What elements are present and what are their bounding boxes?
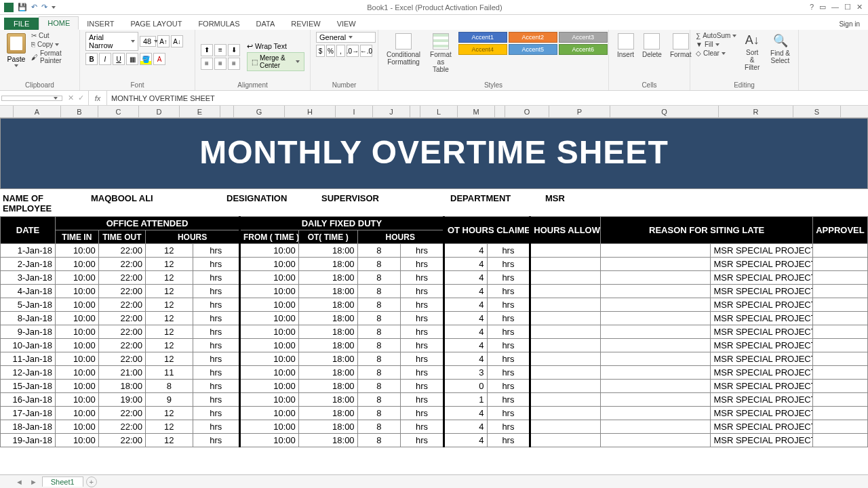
wrap-text-button[interactable]: ↩Wrap Text (247, 42, 304, 50)
cell[interactable]: 8 (357, 366, 401, 380)
cell[interactable]: 1-Jan-18 (1, 244, 56, 258)
cell[interactable]: 8 (357, 352, 401, 366)
cell[interactable]: MSR SPECIAL PROJECT DUTY (711, 339, 812, 352)
cell[interactable]: 16-Jan-18 (1, 393, 56, 407)
insert-cells-button[interactable]: Insert (614, 32, 637, 60)
cut-button[interactable]: ✂Cut (31, 32, 74, 39)
italic-button[interactable]: I (99, 53, 111, 65)
column-header[interactable]: I (336, 106, 373, 117)
cell[interactable]: 8 (357, 393, 401, 407)
cell[interactable]: 22:00 (98, 420, 145, 434)
cell[interactable]: 8 (357, 298, 401, 312)
style-accent6[interactable]: Accent6 (559, 44, 608, 55)
cell[interactable]: 22:00 (98, 434, 145, 447)
cell[interactable]: 12 (146, 271, 193, 285)
cell[interactable]: 18:00 (298, 407, 357, 420)
style-accent1[interactable]: Accent1 (458, 32, 507, 43)
table-row[interactable]: 18-Jan-1810:0022:0012hrs10:0018:008hrs4h… (1, 420, 868, 434)
cell[interactable]: MSR SPECIAL PROJECT DUTY (711, 258, 812, 271)
cell[interactable]: 8 (146, 380, 193, 393)
cell[interactable]: 18:00 (298, 312, 357, 325)
border-button[interactable]: ▦ (126, 53, 138, 65)
column-header[interactable]: C (98, 106, 139, 117)
cell[interactable]: hrs (401, 434, 444, 447)
cell[interactable]: 10:00 (240, 339, 299, 352)
cell[interactable]: hrs (487, 352, 530, 366)
column-header[interactable]: B (61, 106, 98, 117)
cell[interactable] (601, 420, 711, 434)
bold-button[interactable]: B (85, 53, 98, 65)
cell[interactable]: 18:00 (298, 434, 357, 447)
cell[interactable] (530, 325, 601, 339)
cell[interactable]: 12 (146, 285, 193, 298)
cell[interactable] (530, 258, 601, 271)
cell[interactable]: 10:00 (56, 352, 99, 366)
autosum-button[interactable]: ∑AutoSum (696, 32, 736, 39)
cell[interactable]: 10:00 (56, 312, 99, 325)
cell[interactable]: hrs (193, 285, 239, 298)
cell[interactable]: hrs (193, 298, 239, 312)
cell[interactable]: hrs (401, 325, 444, 339)
cell[interactable]: hrs (487, 258, 530, 271)
help-icon[interactable]: ? (810, 3, 814, 12)
cell[interactable]: 10:00 (56, 434, 99, 447)
cell[interactable]: 10:00 (240, 285, 299, 298)
cell[interactable]: 12 (146, 244, 193, 258)
cell[interactable]: hrs (401, 352, 444, 366)
cell[interactable] (530, 434, 601, 447)
cell[interactable]: hrs (401, 366, 444, 380)
cell[interactable]: hrs (487, 285, 530, 298)
font-name-combo[interactable]: Arial Narrow (85, 32, 138, 51)
cell[interactable] (812, 312, 867, 325)
tab-data[interactable]: DATA (248, 18, 283, 30)
cell[interactable] (812, 258, 867, 271)
cell[interactable]: MSR SPECIAL PROJECT DUTY (711, 434, 812, 447)
cell[interactable] (601, 258, 711, 271)
cell[interactable]: hrs (487, 298, 530, 312)
cell[interactable]: 18-Jan-18 (1, 420, 56, 434)
fill-color-button[interactable]: 🪣 (140, 53, 152, 65)
cell[interactable]: 3-Jan-18 (1, 271, 56, 285)
increase-decimal-icon[interactable]: .0→ (347, 45, 359, 57)
cell[interactable]: 22:00 (98, 298, 145, 312)
worksheet[interactable]: MONTHLY OVERTIME SHEET NAME OF EMPLOYEE … (0, 118, 868, 447)
cell[interactable]: hrs (401, 339, 444, 352)
cell[interactable]: 10:00 (56, 407, 99, 420)
cell[interactable] (812, 407, 867, 420)
cell[interactable]: 21:00 (98, 366, 145, 380)
cell[interactable]: hrs (193, 258, 239, 271)
cell[interactable]: hrs (401, 258, 444, 271)
cell[interactable]: 10:00 (56, 244, 99, 258)
cell[interactable]: 10:00 (240, 312, 299, 325)
cell[interactable]: 10:00 (240, 366, 299, 380)
sheet-tab[interactable]: Sheet1 (42, 476, 83, 487)
cell[interactable]: 4 (443, 325, 487, 339)
cell[interactable]: 10:00 (240, 380, 299, 393)
column-header[interactable]: G (234, 106, 285, 117)
sign-in-link[interactable]: Sign in (831, 18, 868, 30)
table-row[interactable]: 4-Jan-1810:0022:0012hrs10:0018:008hrs4hr… (1, 285, 868, 298)
redo-icon[interactable]: ↷ (41, 3, 47, 12)
style-accent2[interactable]: Accent2 (509, 32, 557, 43)
cell[interactable]: 4 (443, 298, 487, 312)
cell[interactable]: 18:00 (298, 244, 357, 258)
cell[interactable]: 8 (357, 271, 401, 285)
cell[interactable] (530, 298, 601, 312)
table-row[interactable]: 16-Jan-1810:0019:009hrs10:0018:008hrs1hr… (1, 393, 868, 407)
tab-file[interactable]: FILE (4, 18, 39, 30)
save-icon[interactable]: 💾 (18, 3, 27, 12)
fill-button[interactable]: ▼Fill (696, 41, 736, 48)
column-header[interactable]: R (719, 106, 793, 117)
decrease-decimal-icon[interactable]: ←.0 (360, 45, 372, 57)
cell[interactable]: 12 (146, 325, 193, 339)
align-left-icon[interactable]: ≡ (201, 58, 213, 70)
cell[interactable]: 10:00 (240, 258, 299, 271)
style-accent4[interactable]: Accent4 (458, 44, 507, 55)
fx-button[interactable]: fx (88, 91, 107, 105)
cell[interactable] (530, 285, 601, 298)
table-row[interactable]: 8-Jan-1810:0022:0012hrs10:0018:008hrs4hr… (1, 312, 868, 325)
cell[interactable]: 10:00 (240, 407, 299, 420)
cell[interactable]: hrs (401, 298, 444, 312)
cell[interactable]: 22:00 (98, 312, 145, 325)
format-as-table-button[interactable]: Format as Table (427, 32, 454, 75)
